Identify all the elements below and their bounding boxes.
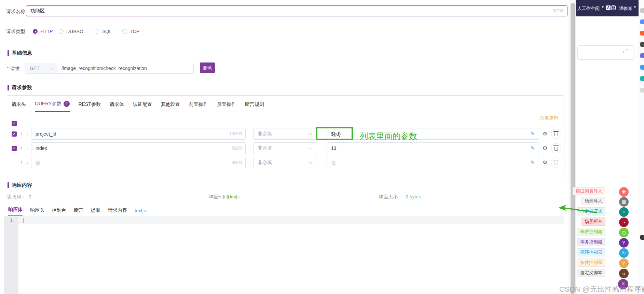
section-divider [0,44,570,44]
select-all-checkbox[interactable]: ✓ [12,121,17,126]
radio-dubbo[interactable] [59,29,64,34]
url-input-box[interactable] [57,63,194,74]
request-name-value[interactable] [30,8,550,14]
edit-pen-icon[interactable]: ✎ [530,145,535,151]
param-key-counter: 0/200 [232,160,242,165]
scenario-assertion-icon[interactable]: ◔ [619,218,629,227]
translate-icon[interactable]: A 文 [606,5,616,10]
move-down-icon[interactable]: ↓ [26,159,28,165]
wait-controller-icon[interactable]: ◷ [619,228,629,237]
response-format-select[interactable]: text [135,208,147,216]
param-value-input-box[interactable]: ✎ [327,142,539,154]
param-key-input-box[interactable]: 0/200 [31,157,246,168]
row-checkbox[interactable]: ✓ [12,146,17,151]
param-key-input[interactable] [36,160,229,165]
transaction-controller-icon[interactable]: Y [619,238,629,248]
batch-add-link[interactable]: 批量添加 [540,115,558,121]
toolbar-chip-loop-controller[interactable]: 循环控制器 [577,248,605,256]
toolbar-chip-wait-controller[interactable]: 等待控制器 [577,228,605,236]
workspace-selector[interactable]: 人工作空间 [577,5,600,12]
response-body-editor[interactable]: 1 [4,216,564,294]
user-menu[interactable]: 潘俊肖 [619,5,632,12]
tab-request-body[interactable]: 请求体 [110,101,124,112]
toolbar-chip-api-list-import[interactable]: 接口列表导入 [573,187,605,195]
edit-pen-icon[interactable]: ✎ [530,159,535,166]
workspace-caret-icon[interactable]: ▼ [601,5,604,9]
tab-rest-params[interactable]: REST参数 [79,101,101,112]
edge-icon[interactable] [640,42,644,47]
custom-request-icon[interactable]: ≡ [619,207,629,217]
tab-query-params[interactable]: QUERY参数2 [35,101,70,112]
edge-icon[interactable] [640,235,644,240]
param-key-input[interactable] [36,145,229,151]
edge-icon[interactable] [640,88,644,93]
tab-pre-operations[interactable]: 前置操作 [189,101,208,112]
edit-pen-icon[interactable]: ✎ [530,131,535,137]
condition-controller-icon[interactable]: Y [619,258,629,268]
toolbar-chip-transaction-controller[interactable]: 事务控制器 [577,238,605,246]
param-required-select[interactable]: 非必填 [253,157,316,168]
edge-icon[interactable] [640,31,644,36]
panel-search-box[interactable]: ↗↙ [577,45,634,60]
tab-console[interactable]: 控制台 [52,207,66,216]
edge-icon[interactable] [640,19,644,24]
watermark: CSDN @无比性感的程序媛 [559,284,644,294]
custom-script-icon[interactable]: ‹› [619,269,629,278]
move-up-icon[interactable]: ↑ [20,145,23,151]
move-up-icon[interactable]: ↑ [20,131,23,136]
url-input[interactable] [61,66,189,71]
request-name-input[interactable]: 3/200 [26,5,567,16]
tab-post-operations[interactable]: 后置操作 [217,101,236,112]
param-required-select[interactable]: 非必填 [253,142,316,154]
param-key-input[interactable] [36,131,227,137]
param-value-input-box[interactable]: ✎ [327,157,539,168]
tab-extract[interactable]: 提取 [91,207,100,216]
toolbar-chip-scenario-assertion[interactable]: 场景断言 [581,218,605,226]
tab-assertion-rules[interactable]: 断言规则 [245,101,264,112]
param-required-select[interactable]: 非必填 [253,128,316,140]
gear-icon[interactable]: ⚙ [543,145,547,151]
radio-tcp-label[interactable]: TCP [130,29,139,34]
param-value-input-box[interactable]: ✎ [327,128,539,140]
radio-tcp[interactable] [122,29,127,34]
param-key-input-box[interactable]: 5/200 [31,142,246,154]
tab-assertions[interactable]: 断言 [74,207,83,216]
edge-icon[interactable] [640,8,644,13]
move-down-icon[interactable]: ↓ [26,131,28,136]
move-down-icon[interactable]: ↓ [26,145,28,151]
toolbar-chip-custom-script[interactable]: 自定义脚本 [577,269,605,277]
param-value-input[interactable] [331,160,530,165]
tab-response-body[interactable]: 响应体 [8,207,23,216]
radio-sql-label[interactable]: SQL [102,29,112,34]
edge-icon[interactable] [640,53,644,58]
toolbar-chip-condition-controller[interactable]: 条件控制器 [577,258,605,267]
tab-auth-config[interactable]: 认证配置 [133,101,152,112]
edge-icon[interactable] [640,76,644,81]
expand-icon[interactable]: ↗↙ [622,48,628,53]
main-scrollbar-thumb[interactable] [571,3,575,294]
param-value-input[interactable] [331,145,530,151]
api-list-import-icon[interactable]: ✚ [619,187,629,197]
user-caret-icon[interactable]: ▼ [633,5,636,9]
tab-response-headers[interactable]: 响应头 [30,207,44,216]
delete-row-button[interactable] [551,129,561,139]
request-params-accent [8,85,9,90]
edge-icon[interactable] [640,65,644,70]
gear-icon[interactable]: ⚙ [543,159,547,166]
tab-request-content[interactable]: 请求内容 [108,207,127,216]
row-checkbox[interactable]: ✓ [12,131,17,137]
method-select[interactable]: GET [25,63,57,74]
radio-sql[interactable] [95,29,99,34]
test-button[interactable]: 测试 [200,62,215,73]
radio-http-label[interactable]: HTTP [40,29,53,34]
tab-other-settings[interactable]: 其他设置 [161,101,180,112]
tab-request-headers[interactable]: 请求头 [12,101,26,112]
scenario-import-icon[interactable]: ▦ [619,197,629,207]
loop-controller-icon[interactable]: ↻ [619,248,629,258]
param-key-input-box[interactable]: 10/200 [31,128,246,140]
radio-http[interactable] [33,29,38,34]
move-up-icon[interactable]: ↑ [20,159,23,165]
delete-row-button[interactable] [551,143,561,153]
gear-icon[interactable]: ⚙ [543,130,547,137]
radio-dubbo-label[interactable]: DUBBO [66,29,83,34]
